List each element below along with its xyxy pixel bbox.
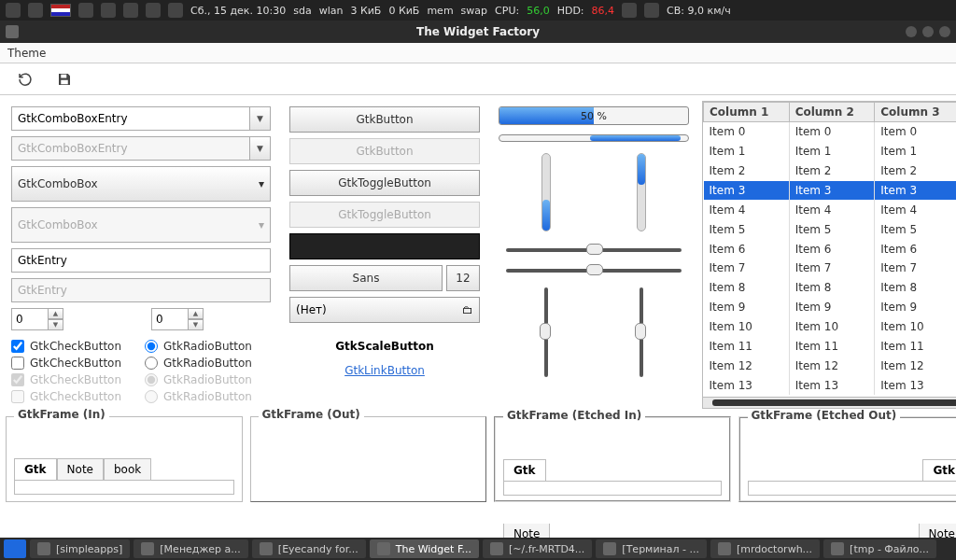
table-row[interactable]: Item 11Item 11Item 11 xyxy=(704,336,957,356)
table-row[interactable]: Item 13Item 13Item 13 xyxy=(704,375,957,395)
table-cell: Item 3 xyxy=(789,181,875,201)
slider-thumb[interactable] xyxy=(586,244,603,255)
table-row[interactable]: Item 6Item 6Item 6 xyxy=(704,239,957,259)
table-row[interactable]: Item 0Item 0Item 0 xyxy=(704,122,957,142)
taskbar-item[interactable]: [Eyecandy for... xyxy=(252,539,366,558)
tab-note[interactable]: Note xyxy=(57,458,104,480)
notebook-page xyxy=(503,481,722,496)
text-entry[interactable] xyxy=(11,248,271,273)
vscale-2[interactable] xyxy=(640,287,643,377)
table-cell: Item 11 xyxy=(704,336,790,356)
hscale-2[interactable] xyxy=(506,269,682,273)
spin-up-icon[interactable]: ▲ xyxy=(49,308,63,319)
gtkbutton[interactable]: GtkButton xyxy=(289,106,480,133)
radiobutton-disabled: GtkRadioButton xyxy=(145,390,271,403)
signal-icon[interactable] xyxy=(168,3,183,18)
taskbar-item-label: [tmp - Файло... xyxy=(850,543,929,555)
checkbox-icon[interactable] xyxy=(11,357,24,370)
xfce-menu-icon[interactable] xyxy=(6,3,21,18)
refresh-button[interactable] xyxy=(15,69,35,90)
taskbar-item[interactable]: [Терминал - ... xyxy=(596,539,707,558)
table-row[interactable]: Item 5Item 5Item 5 xyxy=(704,219,957,239)
window-titlebar[interactable]: The Widget Factory xyxy=(0,21,956,43)
table-row[interactable]: Item 1Item 1Item 1 xyxy=(704,142,957,161)
bluetooth-icon[interactable] xyxy=(101,3,116,18)
spin-up-icon[interactable]: ▲ xyxy=(189,308,204,319)
vscale-1[interactable] xyxy=(544,287,548,377)
checkbox-icon[interactable] xyxy=(11,340,24,353)
table-row[interactable]: Item 3Item 3Item 3 xyxy=(704,181,957,201)
treeview[interactable]: Column 1Column 2Column 3 Item 0Item 0Ite… xyxy=(703,102,956,395)
togglebutton[interactable]: GtkToggleButton xyxy=(289,170,480,196)
fontbutton-name[interactable]: Sans xyxy=(289,265,443,291)
combobox-entry[interactable]: ▼ xyxy=(11,106,271,131)
table-row[interactable]: Item 4Item 4Item 4 xyxy=(704,200,957,219)
scrollbar-thumb[interactable] xyxy=(712,399,956,406)
table-cell: Item 0 xyxy=(875,122,956,142)
radio-icon[interactable] xyxy=(145,340,158,353)
weather-icon[interactable] xyxy=(644,3,659,18)
taskbar-item[interactable]: [simpleapps] xyxy=(30,539,130,558)
horizontal-scrollbar[interactable] xyxy=(703,397,956,408)
column-header[interactable]: Column 1 xyxy=(704,103,790,122)
tab-gtk[interactable]: Gtk xyxy=(14,458,57,480)
taskbar-item[interactable]: [tmp - Файло... xyxy=(823,539,936,558)
combobox[interactable]: GtkComboBox ▾ xyxy=(11,166,271,202)
taskbar-item-label: [Eyecandy for... xyxy=(278,543,358,555)
table-row[interactable]: Item 12Item 12Item 12 xyxy=(704,356,957,375)
chevron-down-icon[interactable]: ▼ xyxy=(250,106,271,131)
table-row[interactable]: Item 9Item 9Item 9 xyxy=(704,298,957,317)
table-cell: Item 6 xyxy=(704,239,790,259)
spinbutton-2[interactable]: ▲▼ xyxy=(151,308,207,330)
fontbutton-size[interactable]: 12 xyxy=(446,265,480,291)
spin-down-icon[interactable]: ▼ xyxy=(189,319,204,330)
hscale-1[interactable] xyxy=(506,248,682,252)
radio-icon[interactable] xyxy=(145,357,158,370)
combobox-entry-input[interactable] xyxy=(11,106,250,131)
slider-thumb[interactable] xyxy=(635,323,646,340)
table-row[interactable]: Item 8Item 8Item 8 xyxy=(704,278,957,298)
table-row[interactable]: Item 7Item 7Item 7 xyxy=(704,259,957,278)
frame-out-label: GtkFrame (Out) xyxy=(259,408,364,421)
keyboard-layout-icon[interactable] xyxy=(50,4,71,17)
taskbar-item[interactable]: The Widget F... xyxy=(370,539,479,558)
linkbutton[interactable]: GtkLinkButton xyxy=(289,364,480,377)
column-header[interactable]: Column 3 xyxy=(875,103,956,122)
slider-thumb[interactable] xyxy=(586,264,603,275)
checkbutton-checked[interactable]: GtkCheckButton xyxy=(11,340,137,353)
column-header[interactable]: Column 2 xyxy=(789,103,875,122)
checkbutton-unchecked[interactable]: GtkCheckButton xyxy=(11,357,137,370)
filechooserbutton[interactable]: (Нет) 🗀 xyxy=(289,297,480,323)
network-icon[interactable] xyxy=(123,3,138,18)
start-button[interactable] xyxy=(4,539,26,558)
tab-book[interactable]: book xyxy=(104,458,151,480)
menu-theme[interactable]: Theme xyxy=(7,47,46,60)
radiobutton-unselected[interactable]: GtkRadioButton xyxy=(145,357,271,370)
vertical-progress-2 xyxy=(637,153,646,231)
tab-gtk[interactable]: Gtk xyxy=(503,459,546,481)
slider-thumb[interactable] xyxy=(540,323,551,340)
progressbar-pulse-segment xyxy=(590,135,681,141)
clipboard-icon[interactable] xyxy=(78,3,93,18)
battery-icon[interactable] xyxy=(146,3,161,18)
spinbutton-1-input[interactable] xyxy=(11,308,49,330)
table-row[interactable]: Item 2Item 2Item 2 xyxy=(704,161,957,181)
taskbar-item[interactable]: [~/.fr-MRTD4... xyxy=(483,539,592,558)
radiobutton-selected[interactable]: GtkRadioButton xyxy=(145,340,271,353)
maximize-button[interactable] xyxy=(922,26,934,37)
colorbutton[interactable] xyxy=(289,233,480,259)
minimize-button[interactable] xyxy=(906,26,917,37)
taskbar-item[interactable]: [Менеджер а... xyxy=(134,539,248,558)
inputs-panel: ▼ ▼ GtkComboBox ▾ GtkComboBox ▾ ▲▼ ▲▼ xyxy=(6,101,276,409)
spinbutton-1[interactable]: ▲▼ xyxy=(11,308,67,330)
save-button[interactable] xyxy=(54,69,75,90)
spinbutton-2-input[interactable] xyxy=(151,308,189,330)
tab-gtk[interactable]: Gtk xyxy=(922,459,956,481)
gtkbutton-disabled: GtkButton xyxy=(289,138,480,164)
app-launcher-icon[interactable] xyxy=(28,3,43,18)
close-button[interactable] xyxy=(939,26,950,37)
spin-down-icon[interactable]: ▼ xyxy=(49,319,63,330)
table-row[interactable]: Item 10Item 10Item 10 xyxy=(704,317,957,337)
disk-icon[interactable] xyxy=(622,3,637,18)
taskbar-item[interactable]: [mrdoctorwh... xyxy=(710,539,820,558)
